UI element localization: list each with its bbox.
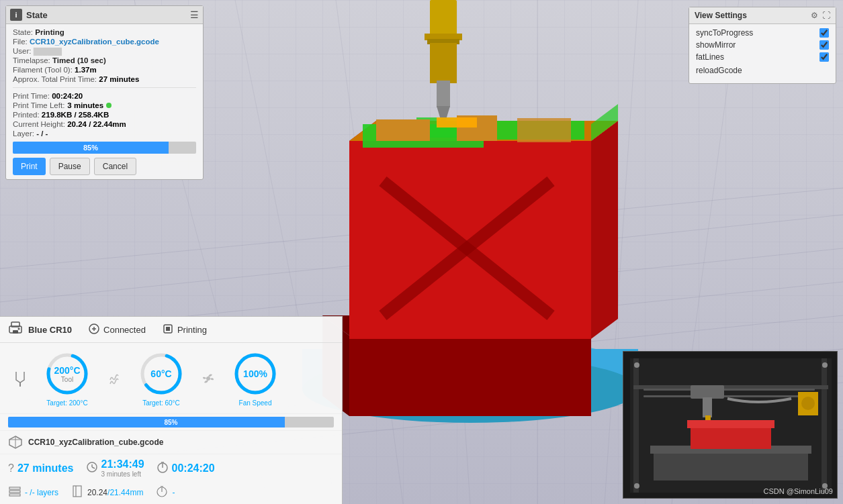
show-mirror-checkbox[interactable]	[819, 40, 829, 50]
state-row: State: Printing	[13, 28, 196, 36]
progress-bar-inner: 85%	[13, 142, 169, 154]
svg-rect-81	[703, 397, 712, 417]
file-label: File:	[13, 38, 28, 46]
status-dot	[106, 103, 112, 108]
height-value: 20.24 / 22.44mm	[67, 120, 126, 128]
bottom-progress-outer: 85%	[8, 417, 334, 427]
tool-temp-value: 200°C	[54, 365, 80, 376]
state-value: Printing	[35, 28, 64, 36]
reload-gcode-button[interactable]: reloadGcode	[696, 64, 742, 77]
total-time-display: 27 minutes	[17, 462, 74, 474]
file-name-label: CCR10_xyzCalibration_cube.gcode	[28, 438, 163, 447]
svg-rect-40	[437, 117, 477, 128]
user-row: User: ██████	[13, 47, 196, 55]
divider	[13, 87, 196, 88]
tool-icon	[11, 369, 30, 388]
connection-status-text: Connected	[103, 325, 146, 335]
bottom-progress-label: 85%	[164, 419, 177, 426]
state-panel-header: i State ☰	[6, 6, 203, 24]
svg-rect-84	[654, 454, 808, 481]
settings-expand-icon[interactable]: ⛶	[822, 11, 830, 20]
layer-row: Layer: - / -	[13, 130, 196, 138]
time-left-value: 3 minutes	[67, 101, 103, 109]
fan-icon	[199, 369, 218, 388]
svg-point-44	[18, 328, 20, 330]
camera-feed: CSDN @SimonLiu09	[623, 351, 838, 499]
tool-gauge-inner: 200°C Tool	[54, 365, 80, 383]
tool-target: Target: 200°C	[46, 399, 87, 407]
tool-temp-gauge: 200°C Tool Target: 200°C	[43, 350, 91, 407]
elapsed-time-item: 00:24:20	[157, 461, 215, 476]
bed-gauge-inner: 60°C	[150, 368, 171, 379]
file-value: CCR10_xyzCalibration_cube.gcode	[30, 38, 159, 46]
tool-label: Tool	[54, 376, 80, 383]
file-info-row: CCR10_xyzCalibration_cube.gcode	[0, 431, 342, 454]
height-label: Current Height:	[13, 120, 65, 128]
printed-label: Printed:	[13, 111, 40, 119]
clock-icon	[86, 461, 98, 476]
fan-label: Fan Speed	[239, 399, 272, 407]
action-buttons: Print Pause Cancel	[13, 158, 196, 175]
total-time-row: Approx. Total Print Time: 27 minutes	[13, 75, 196, 83]
svg-rect-68	[73, 486, 81, 497]
bottom-progress-inner	[8, 417, 285, 427]
height-current: 20.24	[87, 488, 107, 497]
height-total: /21.44mm	[107, 488, 143, 497]
view-settings-panel: View Settings ⚙ ⛶ syncToProgress showMir…	[689, 7, 836, 84]
eta-time-display: 21:34:49	[101, 458, 144, 470]
svg-rect-37	[376, 119, 430, 141]
fat-lines-label: fatLines	[696, 52, 724, 62]
bed-temp-gauge: 60°C Target: 60°C	[137, 350, 185, 407]
sync-to-progress-row: syncToProgress	[696, 28, 829, 38]
fan-gauge-inner: 100%	[243, 368, 267, 379]
user-value: ██████	[34, 48, 62, 55]
dash-value: -	[172, 488, 175, 497]
layers-row: - /- layers 20.24/21.44mm -	[0, 482, 342, 504]
total-time-item: ? 27 minutes	[8, 462, 74, 474]
filament-row: Filament (Tool 0): 1.37m	[13, 66, 196, 74]
view-settings-title: View Settings	[695, 11, 747, 20]
settings-gear-icon[interactable]: ⚙	[811, 11, 818, 20]
svg-rect-80	[691, 385, 724, 399]
cancel-button[interactable]: Cancel	[94, 158, 136, 175]
question-icon: ?	[8, 462, 14, 474]
eta-sublabel: 3 minutes left	[101, 470, 144, 478]
pause-button[interactable]: Pause	[50, 158, 90, 175]
show-mirror-row: showMirror	[696, 40, 829, 50]
timer2-icon	[155, 485, 169, 500]
sync-to-progress-label: syncToProgress	[696, 28, 753, 38]
usb-icon	[88, 323, 100, 337]
time-left-label: Print Time Left:	[13, 101, 64, 109]
sync-to-progress-checkbox[interactable]	[819, 28, 829, 38]
elapsed-time-display: 00:24:20	[172, 462, 215, 474]
user-label: User:	[13, 47, 31, 55]
bottom-panel: Blue CR10 Connected Printing	[0, 316, 343, 504]
fan-gauge-circle: 100%	[231, 350, 279, 398]
dash-item: -	[155, 485, 175, 500]
svg-line-61	[92, 467, 95, 468]
svg-rect-65	[9, 494, 20, 496]
cube-icon	[8, 435, 23, 450]
layers-value: - /- layers	[25, 488, 58, 497]
times-row: ? 27 minutes 21:34:49 3 minutes left 00:…	[0, 454, 342, 482]
timelapse-value: Timed (10 sec)	[52, 56, 106, 64]
layer-label: Layer:	[13, 130, 34, 138]
menu-icon[interactable]: ☰	[190, 9, 199, 20]
show-mirror-label: showMirror	[696, 40, 736, 50]
filament-label: Filament (Tool 0):	[13, 66, 73, 74]
fat-lines-checkbox[interactable]	[819, 52, 829, 62]
fan-speed-value: 100%	[243, 368, 267, 379]
filament-value: 1.37m	[75, 66, 97, 74]
state-panel-body: State: Printing File: CCR10_xyzCalibrati…	[6, 24, 203, 179]
svg-rect-66	[9, 491, 20, 493]
state-panel: i State ☰ State: Printing File: CCR10_xy…	[5, 5, 204, 180]
progress-section: 85%	[13, 142, 196, 154]
svg-point-87	[634, 362, 639, 368]
print-button[interactable]: Print	[13, 158, 46, 175]
timer-icon	[157, 461, 169, 476]
print-time-value: 00:24:20	[52, 92, 83, 100]
svg-rect-18	[430, 43, 457, 83]
svg-rect-15	[430, 0, 457, 37]
svg-rect-24	[349, 336, 591, 416]
total-time-value: 27 minutes	[99, 75, 139, 83]
